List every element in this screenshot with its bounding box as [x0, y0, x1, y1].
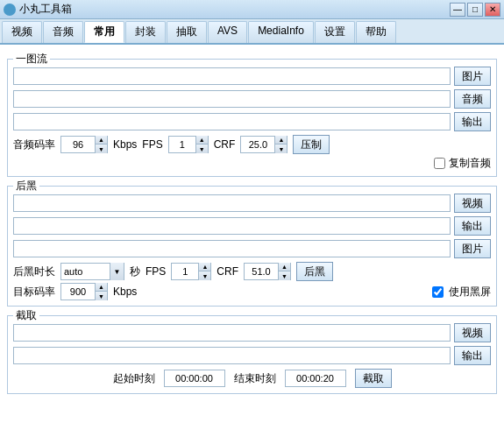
heihou-video-input[interactable]: [13, 194, 451, 212]
target-label: 目标码率: [13, 285, 55, 300]
kbps-label: Kbps: [113, 138, 137, 151]
duration-dropdown-btn[interactable]: ▼: [110, 263, 124, 280]
use-black-label: 使用黑屏: [449, 285, 491, 300]
copy-audio-label: 复制音频: [449, 156, 491, 171]
tab-avs[interactable]: AVS: [208, 21, 247, 43]
end-time-input[interactable]: [285, 370, 346, 387]
tab-video[interactable]: 视频: [2, 21, 42, 43]
target-up[interactable]: ▲: [95, 283, 107, 292]
yitu-pic-button[interactable]: 图片: [454, 67, 491, 86]
fps-down[interactable]: ▼: [195, 144, 208, 153]
duration-dropdown[interactable]: ▼: [60, 263, 124, 280]
tab-audio[interactable]: 音频: [43, 21, 83, 43]
sec-label: 秒: [130, 264, 140, 279]
heihou-fps-input[interactable]: [172, 264, 198, 279]
fps-spinner[interactable]: ▲ ▼: [168, 136, 209, 153]
fps-up[interactable]: ▲: [195, 136, 208, 144]
heihou-fps-down[interactable]: ▼: [198, 271, 210, 280]
heihou-crf-input[interactable]: [245, 264, 278, 279]
heihou-crf-spinner-btns: ▲ ▼: [278, 263, 290, 280]
heihou-output-button[interactable]: 输出: [454, 216, 491, 236]
heihou-fps-spinner[interactable]: ▲ ▼: [171, 263, 211, 280]
audiorate-input[interactable]: [61, 137, 95, 152]
audiorate-spinner-btns: ▲ ▼: [95, 136, 107, 153]
yitu-output-row: 输出: [13, 112, 491, 131]
crf-input[interactable]: [241, 137, 274, 152]
yitu-output-button[interactable]: 输出: [454, 112, 491, 131]
heihou-fps-spinner-btns: ▲ ▼: [198, 263, 210, 280]
duration-input[interactable]: [61, 264, 110, 279]
target-input[interactable]: [61, 284, 95, 300]
heihou-crf-up[interactable]: ▲: [278, 263, 290, 271]
tab-common[interactable]: 常用: [84, 21, 124, 43]
jiequ-video-button[interactable]: 视频: [454, 323, 491, 342]
tab-settings[interactable]: 设置: [315, 21, 355, 43]
jiequ-output-button[interactable]: 输出: [454, 346, 491, 365]
maximize-button[interactable]: □: [467, 3, 483, 17]
tab-help[interactable]: 帮助: [356, 21, 396, 43]
audiorate-up[interactable]: ▲: [95, 136, 107, 144]
yitu-audio-button[interactable]: 音频: [454, 89, 491, 109]
compress-button[interactable]: 压制: [293, 135, 330, 154]
yitu-output-input[interactable]: [13, 113, 451, 130]
heihou-params-row: 后黑时长 ▼ 秒 FPS ▲ ▼ CRF ▲ ▼: [13, 262, 491, 281]
target-kbps-label: Kbps: [113, 285, 137, 298]
fps-label: FPS: [142, 138, 162, 151]
start-time-input[interactable]: [164, 370, 225, 387]
use-black-checkbox[interactable]: [432, 286, 444, 298]
copy-audio-row: 复制音频: [13, 156, 491, 171]
yitu-title: 一图流: [13, 52, 50, 67]
copy-audio-checkbox[interactable]: [434, 158, 445, 169]
close-button[interactable]: ✕: [485, 3, 500, 17]
target-spinner-btns: ▲ ▼: [95, 283, 107, 300]
heihou-video-button[interactable]: 视频: [454, 194, 491, 213]
end-label: 结束时刻: [234, 371, 276, 386]
crf-up[interactable]: ▲: [274, 136, 287, 144]
tab-mediainfo[interactable]: MediaInfo: [248, 21, 314, 43]
crf-label: CRF: [214, 138, 236, 151]
tab-extract[interactable]: 抽取: [167, 21, 207, 43]
heihou-crf-spinner[interactable]: ▲ ▼: [244, 263, 291, 280]
tab-pack[interactable]: 封装: [125, 21, 166, 43]
yitu-audio-row: 音频: [13, 89, 491, 109]
heihou-crf-label: CRF: [217, 265, 238, 278]
jiequ-title: 截取: [13, 308, 39, 323]
heihou-button[interactable]: 后黑: [296, 262, 333, 281]
crf-spinner[interactable]: ▲ ▼: [240, 136, 287, 153]
minimize-button[interactable]: —: [450, 3, 465, 17]
window-controls: — □ ✕: [450, 3, 500, 17]
duration-label: 后黑时长: [13, 264, 55, 279]
heihou-pic-button[interactable]: 图片: [454, 239, 491, 258]
title-bar: 小丸工具箱 — □ ✕: [0, 0, 504, 19]
yitu-audio-input[interactable]: [13, 90, 451, 108]
heihou-fps-up[interactable]: ▲: [198, 263, 210, 271]
jiequ-cut-button[interactable]: 截取: [355, 369, 392, 388]
heihou-output-row: 输出: [13, 216, 491, 236]
fps-spinner-btns: ▲ ▼: [195, 136, 208, 153]
heihou-section: 后黑 视频 输出 图片 后黑时长 ▼ 秒 FPS ▲: [7, 186, 497, 307]
fps-input[interactable]: [169, 137, 195, 152]
heihou-pic-row: 图片: [13, 239, 491, 258]
crf-down[interactable]: ▼: [274, 144, 287, 153]
crf-spinner-btns: ▲ ▼: [274, 136, 287, 153]
heihou-video-row: 视频: [13, 194, 491, 213]
yitu-params-row: 音频码率 ▲ ▼ Kbps FPS ▲ ▼ CRF: [13, 135, 491, 154]
audiorate-spinner[interactable]: ▲ ▼: [60, 136, 108, 153]
audiorate-down[interactable]: ▼: [95, 144, 107, 153]
audiorate-label: 音频码率: [13, 137, 55, 152]
yitu-pic-row: 图片: [13, 67, 491, 86]
jiequ-video-input[interactable]: [13, 324, 451, 342]
jiequ-video-row: 视频: [13, 323, 491, 342]
start-label: 起始时刻: [113, 371, 155, 386]
target-down[interactable]: ▼: [95, 292, 107, 300]
yitu-pic-input[interactable]: [13, 67, 451, 85]
jiequ-output-row: 输出: [13, 346, 491, 365]
jiequ-output-input[interactable]: [13, 347, 451, 364]
heihou-output-input[interactable]: [13, 217, 451, 235]
target-spinner[interactable]: ▲ ▼: [60, 283, 108, 300]
heihou-crf-down[interactable]: ▼: [278, 271, 290, 280]
heihou-pic-input[interactable]: [13, 240, 451, 257]
tab-bar: 视频 音频 常用 封装 抽取 AVS MediaInfo 设置 帮助: [0, 19, 504, 45]
heihou-target-row: 目标码率 ▲ ▼ Kbps 使用黑屏: [13, 283, 491, 300]
jiequ-params-row: 起始时刻 结束时刻 截取: [13, 369, 491, 388]
